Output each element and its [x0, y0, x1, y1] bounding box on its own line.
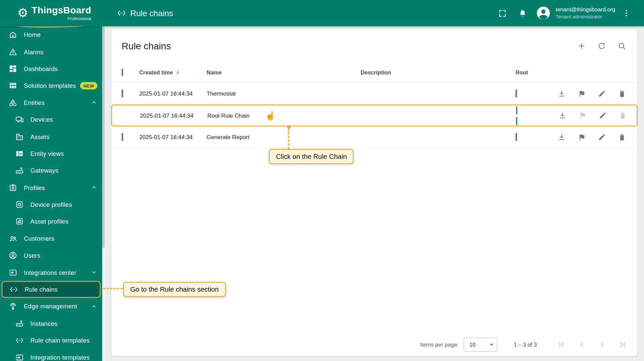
sidebar-item-users[interactable]: Users	[0, 247, 102, 264]
items-per-page-select[interactable]: 10	[463, 338, 497, 352]
new-badge: NEW	[80, 82, 97, 89]
edit-button[interactable]	[592, 85, 612, 102]
column-label: Created time	[139, 69, 173, 75]
logo-title: ThingsBoard	[32, 5, 91, 15]
root-checkbox[interactable]	[515, 89, 517, 98]
column-header-created-time[interactable]: Created time	[139, 69, 207, 75]
sidebar-item-home[interactable]: Home	[0, 26, 102, 43]
sidebar: Home Alarms Dashboards Solution template…	[0, 26, 102, 361]
building-icon	[15, 132, 24, 141]
column-header-description: Description	[361, 69, 515, 75]
first-page-icon	[557, 340, 566, 349]
top-actions: tenant@thingsboard.org Tenant administra…	[492, 5, 644, 21]
delete-button[interactable]	[612, 129, 632, 145]
sidebar-item-label: Assets	[31, 133, 50, 140]
refresh-button[interactable]	[591, 38, 611, 54]
sidebar-item-entity-views[interactable]: Entity views	[0, 145, 102, 162]
sidebar-item-profiles[interactable]: Profiles	[0, 179, 102, 196]
sidebar-item-label: Alarms	[24, 48, 44, 55]
connector-dashed-line-horizontal	[103, 288, 123, 289]
sidebar-scrollbar-thumb[interactable]	[102, 26, 105, 248]
chevron-down-icon	[91, 269, 97, 276]
root-checkbox[interactable]	[516, 106, 552, 125]
sidebar-item-devices[interactable]: Devices	[0, 111, 102, 128]
column-header-name[interactable]: Name	[207, 69, 361, 75]
download-button[interactable]	[552, 129, 572, 145]
add-icon	[577, 42, 586, 51]
logo[interactable]: ⚙ ThingsBoard Professional	[0, 5, 102, 20]
table-row-thermostat[interactable]: 2025-01-07 16:44:34 Thermostat	[111, 83, 638, 105]
sidebar-item-edge-management[interactable]: Edge management	[0, 298, 102, 315]
add-rule-chain-button[interactable]	[571, 38, 591, 54]
rule-chains-icon	[117, 9, 126, 18]
page-nav	[552, 337, 632, 353]
more-menu-button[interactable]	[620, 5, 634, 21]
column-label: Description	[361, 69, 391, 75]
user-role: Tenant administrator	[556, 13, 615, 20]
edit-button[interactable]	[593, 107, 613, 124]
delete-icon	[618, 133, 627, 141]
next-page-button[interactable]	[592, 337, 612, 353]
edit-icon	[598, 111, 607, 120]
app: ⚙ ThingsBoard Professional Rule chains	[0, 0, 644, 361]
notifications-icon	[518, 8, 527, 18]
search-button[interactable]	[611, 38, 632, 54]
dropdown-caret-icon	[490, 344, 493, 346]
edit-icon	[598, 89, 606, 98]
sidebar-item-label: Devices	[31, 116, 53, 123]
page-title: Rule chains	[130, 8, 173, 18]
first-page-button[interactable]	[552, 337, 572, 353]
last-page-icon	[617, 340, 627, 349]
sidebar-item-alarms[interactable]: Alarms	[0, 43, 102, 60]
sidebar-item-asset-profiles[interactable]: Asset profiles	[0, 213, 102, 230]
sidebar-item-entities[interactable]: Entities	[0, 94, 102, 111]
table-row-generate-report[interactable]: 2025-01-07 16:44:34 Generate Report	[111, 126, 638, 148]
home-icon	[8, 30, 17, 39]
row-checkbox[interactable]	[121, 89, 123, 98]
next-page-icon	[597, 340, 606, 349]
tutorial-tooltip-rule-chain: Click on the Rule Chain	[269, 149, 354, 164]
delete-button[interactable]	[612, 85, 632, 102]
person-icon	[8, 251, 17, 260]
sidebar-item-gateways[interactable]: Gateways	[0, 162, 102, 179]
sidebar-item-integrations-center[interactable]: Integrations center	[0, 264, 102, 281]
entities-icon	[8, 98, 17, 107]
user-menu[interactable]: tenant@thingsboard.org Tenant administra…	[556, 6, 615, 20]
device-profile-icon	[15, 200, 24, 209]
sidebar-item-rule-chains[interactable]: Rule chains	[2, 281, 101, 298]
notifications-button[interactable]	[512, 5, 533, 21]
prev-page-button[interactable]	[572, 337, 592, 353]
sidebar-item-label: Instances	[31, 320, 58, 327]
chevron-up-icon	[91, 99, 97, 106]
root-checkbox[interactable]	[515, 133, 517, 141]
delete-icon	[618, 111, 627, 120]
sidebar-item-label: Rule chains	[24, 286, 58, 293]
sidebar-item-integration-templates[interactable]: Integration templates	[0, 349, 102, 361]
table-row-root-rule-chain[interactable]: 2025-01-07 16:44:34 Root Rule Chain	[111, 105, 638, 126]
sidebar-item-dashboards[interactable]: Dashboards	[0, 60, 102, 77]
sidebar-item-instances[interactable]: Instances	[0, 315, 102, 332]
sidebar-item-rule-chain-templates[interactable]: Rule chain templates	[0, 332, 102, 349]
kebab-menu-icon	[622, 9, 631, 18]
download-button[interactable]	[552, 107, 573, 124]
antenna-icon	[8, 302, 17, 311]
sidebar-item-device-profiles[interactable]: Device profiles	[0, 196, 102, 213]
download-button[interactable]	[552, 85, 572, 102]
router-icon	[15, 319, 24, 328]
select-all-checkbox[interactable]	[121, 68, 123, 76]
sidebar-item-label: Profiles	[24, 184, 45, 191]
chevron-up-icon	[91, 303, 97, 310]
sidebar-item-assets[interactable]: Assets	[0, 128, 102, 145]
set-root-button[interactable]	[572, 129, 592, 145]
column-label: Name	[207, 69, 222, 75]
sidebar-item-solution-templates[interactable]: Solution templates NEW	[0, 77, 102, 94]
row-checkbox[interactable]	[121, 133, 123, 141]
delete-button	[613, 107, 633, 124]
edit-button[interactable]	[592, 129, 612, 145]
avatar[interactable]	[533, 5, 554, 21]
fullscreen-button[interactable]	[492, 5, 512, 21]
last-page-button[interactable]	[612, 337, 632, 353]
sidebar-item-customers[interactable]: Customers	[0, 230, 102, 247]
set-root-button[interactable]	[572, 85, 592, 102]
sidebar-item-label: Edge management	[24, 303, 77, 310]
